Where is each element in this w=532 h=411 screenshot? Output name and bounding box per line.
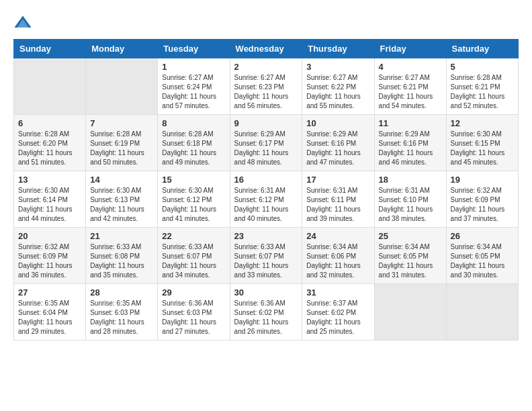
- calendar-cell: 23Sunrise: 6:33 AM Sunset: 6:07 PM Dayli…: [230, 228, 302, 284]
- calendar-cell: 12Sunrise: 6:30 AM Sunset: 6:15 PM Dayli…: [446, 115, 518, 171]
- calendar-cell: 28Sunrise: 6:35 AM Sunset: 6:03 PM Dayli…: [86, 284, 158, 340]
- day-info: Sunrise: 6:30 AM Sunset: 6:15 PM Dayligh…: [451, 130, 514, 167]
- day-number: 24: [306, 231, 369, 241]
- day-number: 31: [306, 287, 369, 298]
- day-number: 3: [306, 62, 369, 72]
- day-number: 13: [18, 175, 81, 185]
- weekday-header-saturday: Saturday: [446, 40, 518, 58]
- day-number: 7: [90, 118, 153, 128]
- day-info: Sunrise: 6:27 AM Sunset: 6:22 PM Dayligh…: [306, 73, 369, 111]
- week-row-2: 6Sunrise: 6:28 AM Sunset: 6:20 PM Daylig…: [14, 115, 519, 171]
- calendar-cell: 21Sunrise: 6:33 AM Sunset: 6:08 PM Dayli…: [86, 228, 158, 284]
- day-info: Sunrise: 6:29 AM Sunset: 6:17 PM Dayligh…: [234, 130, 298, 167]
- day-info: Sunrise: 6:31 AM Sunset: 6:11 PM Dayligh…: [306, 186, 369, 224]
- day-info: Sunrise: 6:27 AM Sunset: 6:24 PM Dayligh…: [162, 73, 225, 111]
- calendar-cell: 29Sunrise: 6:36 AM Sunset: 6:03 PM Dayli…: [158, 284, 230, 340]
- calendar-cell: 25Sunrise: 6:34 AM Sunset: 6:05 PM Dayli…: [374, 228, 446, 284]
- day-number: 21: [90, 231, 153, 241]
- calendar-cell: [14, 58, 86, 115]
- week-row-1: 1Sunrise: 6:27 AM Sunset: 6:24 PM Daylig…: [14, 58, 519, 115]
- calendar-cell: [446, 284, 518, 340]
- calendar-cell: [86, 58, 158, 115]
- calendar-cell: 26Sunrise: 6:34 AM Sunset: 6:05 PM Dayli…: [446, 228, 518, 284]
- day-number: 4: [379, 62, 442, 72]
- day-number: 2: [234, 62, 298, 72]
- calendar-cell: 20Sunrise: 6:32 AM Sunset: 6:09 PM Dayli…: [14, 228, 86, 284]
- day-info: Sunrise: 6:28 AM Sunset: 6:21 PM Dayligh…: [451, 73, 514, 111]
- calendar-cell: 16Sunrise: 6:31 AM Sunset: 6:12 PM Dayli…: [230, 171, 302, 228]
- day-info: Sunrise: 6:29 AM Sunset: 6:16 PM Dayligh…: [379, 130, 442, 167]
- day-info: Sunrise: 6:29 AM Sunset: 6:16 PM Dayligh…: [306, 130, 369, 167]
- day-number: 25: [379, 231, 442, 241]
- calendar-cell: 7Sunrise: 6:28 AM Sunset: 6:19 PM Daylig…: [86, 115, 158, 171]
- weekday-header-tuesday: Tuesday: [158, 40, 230, 58]
- day-number: 17: [306, 175, 369, 185]
- day-info: Sunrise: 6:31 AM Sunset: 6:10 PM Dayligh…: [379, 186, 442, 224]
- day-number: 30: [234, 287, 298, 298]
- calendar-cell: 9Sunrise: 6:29 AM Sunset: 6:17 PM Daylig…: [230, 115, 302, 171]
- day-number: 29: [162, 287, 225, 298]
- calendar-cell: 27Sunrise: 6:35 AM Sunset: 6:04 PM Dayli…: [14, 284, 86, 340]
- day-number: 6: [18, 118, 81, 128]
- calendar-cell: 5Sunrise: 6:28 AM Sunset: 6:21 PM Daylig…: [446, 58, 518, 115]
- day-info: Sunrise: 6:27 AM Sunset: 6:21 PM Dayligh…: [379, 73, 442, 111]
- calendar-cell: 10Sunrise: 6:29 AM Sunset: 6:16 PM Dayli…: [302, 115, 374, 171]
- day-number: 19: [451, 175, 514, 185]
- day-info: Sunrise: 6:34 AM Sunset: 6:05 PM Dayligh…: [451, 242, 514, 280]
- day-info: Sunrise: 6:36 AM Sunset: 6:02 PM Dayligh…: [234, 299, 298, 336]
- weekday-header-friday: Friday: [374, 40, 446, 58]
- calendar-cell: 18Sunrise: 6:31 AM Sunset: 6:10 PM Dayli…: [374, 171, 446, 228]
- day-number: 15: [162, 175, 225, 185]
- day-number: 10: [306, 118, 369, 128]
- day-info: Sunrise: 6:30 AM Sunset: 6:12 PM Dayligh…: [162, 186, 225, 224]
- day-info: Sunrise: 6:34 AM Sunset: 6:06 PM Dayligh…: [306, 242, 369, 280]
- day-info: Sunrise: 6:33 AM Sunset: 6:07 PM Dayligh…: [234, 242, 298, 280]
- week-row-3: 13Sunrise: 6:30 AM Sunset: 6:14 PM Dayli…: [14, 171, 519, 228]
- weekday-header-monday: Monday: [86, 40, 158, 58]
- logo-icon: [13, 13, 32, 32]
- calendar-cell: 15Sunrise: 6:30 AM Sunset: 6:12 PM Dayli…: [158, 171, 230, 228]
- calendar-cell: 11Sunrise: 6:29 AM Sunset: 6:16 PM Dayli…: [374, 115, 446, 171]
- day-info: Sunrise: 6:33 AM Sunset: 6:07 PM Dayligh…: [162, 242, 225, 280]
- day-info: Sunrise: 6:28 AM Sunset: 6:19 PM Dayligh…: [90, 130, 153, 167]
- day-number: 27: [18, 287, 81, 298]
- calendar-cell: [374, 284, 446, 340]
- day-info: Sunrise: 6:35 AM Sunset: 6:04 PM Dayligh…: [18, 299, 81, 336]
- day-info: Sunrise: 6:33 AM Sunset: 6:08 PM Dayligh…: [90, 242, 153, 280]
- day-number: 5: [451, 62, 514, 72]
- page-header: [13, 13, 519, 32]
- day-info: Sunrise: 6:36 AM Sunset: 6:03 PM Dayligh…: [162, 299, 225, 336]
- logo: [13, 13, 35, 32]
- day-number: 28: [90, 287, 153, 298]
- week-row-4: 20Sunrise: 6:32 AM Sunset: 6:09 PM Dayli…: [14, 228, 519, 284]
- weekday-header-row: SundayMondayTuesdayWednesdayThursdayFrid…: [14, 40, 519, 58]
- day-info: Sunrise: 6:37 AM Sunset: 6:02 PM Dayligh…: [306, 299, 369, 336]
- calendar-table: SundayMondayTuesdayWednesdayThursdayFrid…: [13, 39, 519, 340]
- day-info: Sunrise: 6:30 AM Sunset: 6:13 PM Dayligh…: [90, 186, 153, 224]
- calendar-cell: 4Sunrise: 6:27 AM Sunset: 6:21 PM Daylig…: [374, 58, 446, 115]
- calendar-cell: 24Sunrise: 6:34 AM Sunset: 6:06 PM Dayli…: [302, 228, 374, 284]
- day-info: Sunrise: 6:35 AM Sunset: 6:03 PM Dayligh…: [90, 299, 153, 336]
- day-number: 8: [162, 118, 225, 128]
- day-info: Sunrise: 6:32 AM Sunset: 6:09 PM Dayligh…: [451, 186, 514, 224]
- day-number: 26: [451, 231, 514, 241]
- day-number: 22: [162, 231, 225, 241]
- day-info: Sunrise: 6:28 AM Sunset: 6:20 PM Dayligh…: [18, 130, 81, 167]
- day-number: 16: [234, 175, 298, 185]
- calendar-cell: 30Sunrise: 6:36 AM Sunset: 6:02 PM Dayli…: [230, 284, 302, 340]
- day-number: 23: [234, 231, 298, 241]
- calendar-cell: 1Sunrise: 6:27 AM Sunset: 6:24 PM Daylig…: [158, 58, 230, 115]
- day-number: 18: [379, 175, 442, 185]
- weekday-header-thursday: Thursday: [302, 40, 374, 58]
- day-info: Sunrise: 6:27 AM Sunset: 6:23 PM Dayligh…: [234, 73, 298, 111]
- calendar-cell: 17Sunrise: 6:31 AM Sunset: 6:11 PM Dayli…: [302, 171, 374, 228]
- day-info: Sunrise: 6:31 AM Sunset: 6:12 PM Dayligh…: [234, 186, 298, 224]
- day-number: 11: [379, 118, 442, 128]
- week-row-5: 27Sunrise: 6:35 AM Sunset: 6:04 PM Dayli…: [14, 284, 519, 340]
- day-number: 1: [162, 62, 225, 72]
- day-number: 14: [90, 175, 153, 185]
- day-number: 20: [18, 231, 81, 241]
- day-info: Sunrise: 6:28 AM Sunset: 6:18 PM Dayligh…: [162, 130, 225, 167]
- calendar-cell: 3Sunrise: 6:27 AM Sunset: 6:22 PM Daylig…: [302, 58, 374, 115]
- calendar-cell: 22Sunrise: 6:33 AM Sunset: 6:07 PM Dayli…: [158, 228, 230, 284]
